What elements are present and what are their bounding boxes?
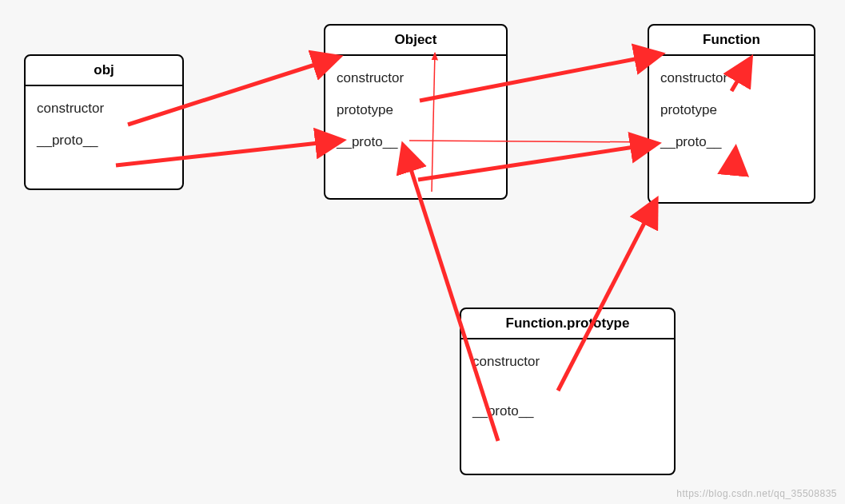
box-funcproto-title: Function.prototype	[461, 309, 674, 339]
object-prototype: prototype	[337, 97, 495, 129]
obj-proto: __proto__	[37, 128, 171, 160]
box-obj-body: constructor __proto__	[26, 86, 182, 174]
box-obj-title: obj	[26, 56, 182, 86]
box-object-title: Object	[325, 26, 506, 56]
function-prototype: prototype	[660, 97, 803, 129]
funcproto-constructor: constructor	[472, 349, 663, 381]
object-proto: __proto__	[337, 129, 495, 161]
box-function-body: constructor prototype __proto__	[649, 56, 814, 176]
box-function-title: Function	[649, 26, 814, 56]
watermark: https://blog.csdn.net/qq_35508835	[676, 488, 837, 499]
box-object: Object constructor prototype __proto__	[324, 24, 508, 200]
box-object-body: constructor prototype __proto__	[325, 56, 506, 176]
box-function: Function constructor prototype __proto__	[648, 24, 815, 204]
obj-constructor: constructor	[37, 96, 171, 128]
box-funcproto-body: constructor __proto__	[461, 339, 674, 445]
box-funcproto: Function.prototype constructor __proto__	[460, 308, 676, 475]
funcproto-proto: __proto__	[472, 381, 663, 431]
function-proto: __proto__	[660, 129, 803, 161]
object-constructor: constructor	[337, 65, 495, 97]
function-constructor: constructor	[660, 65, 803, 97]
box-obj: obj constructor __proto__	[24, 54, 184, 190]
